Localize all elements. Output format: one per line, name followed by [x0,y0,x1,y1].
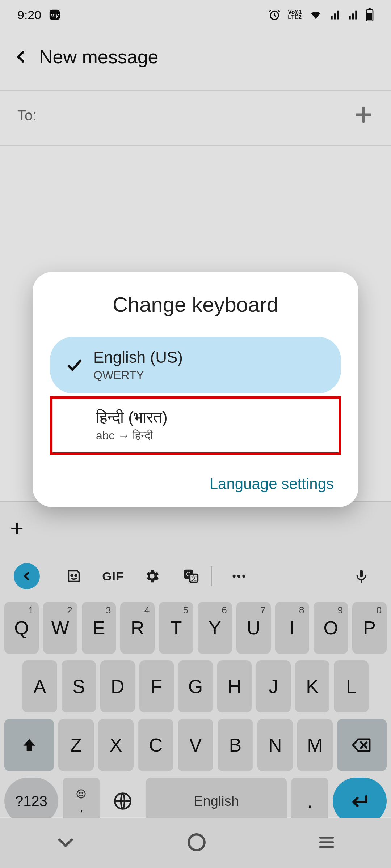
keyboard-option-english[interactable]: English (US) QWERTY [50,337,341,393]
option-primary: English (US) [93,348,183,366]
check-icon [64,357,85,374]
option-secondary: abc → हिन्दी [96,429,168,442]
dialog-title: Change keyboard [50,292,341,316]
option-primary: हिन्दी (भारत) [96,408,168,427]
language-settings-link[interactable]: Language settings [50,475,334,493]
change-keyboard-dialog: Change keyboard English (US) QWERTY हिन्… [33,272,358,507]
tutorial-highlight: हिन्दी (भारत) abc → हिन्दी [50,396,341,455]
keyboard-option-hindi[interactable]: हिन्दी (भारत) abc → हिन्दी [52,400,339,451]
option-secondary: QWERTY [93,369,183,382]
